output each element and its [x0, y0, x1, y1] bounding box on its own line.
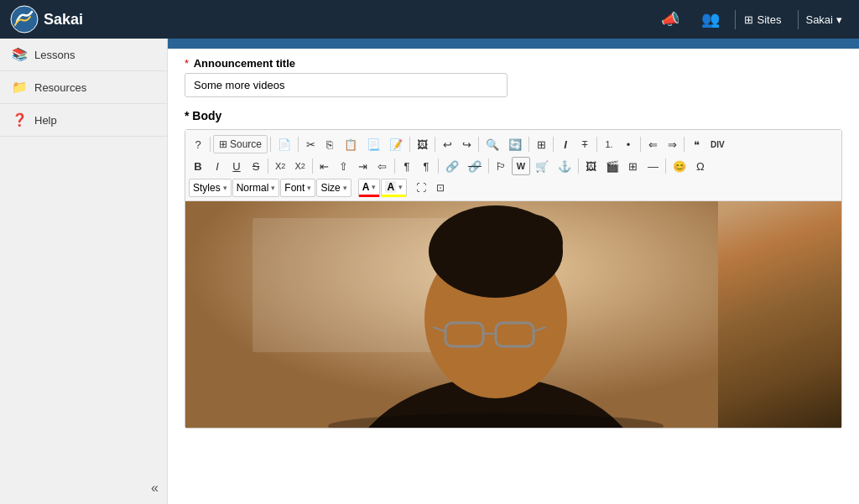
font-dropdown-label: Font	[284, 182, 305, 194]
sidebar-item-lessons[interactable]: 📚 Lessons	[0, 39, 167, 71]
special-char-button[interactable]: Ω	[691, 157, 710, 175]
required-mark: *	[185, 57, 189, 70]
widget-button[interactable]: W	[512, 157, 530, 175]
para-ltr-button[interactable]: ¶	[398, 157, 416, 175]
source-icon: ⊞	[219, 138, 227, 150]
toolbar-separator	[438, 158, 439, 174]
size-dropdown[interactable]: Size ▾	[316, 179, 351, 197]
font-dropdown[interactable]: Font ▾	[280, 179, 315, 197]
strikethrough-button[interactable]: S	[247, 157, 265, 175]
normal-chevron-icon: ▾	[271, 184, 275, 192]
toolbar-separator	[488, 158, 489, 174]
undo-button[interactable]: ↩	[438, 135, 456, 153]
unlink-button[interactable]: 🔗	[464, 157, 486, 175]
body-section-label: * Body	[185, 109, 842, 122]
grid-icon: ⊞	[744, 13, 753, 26]
fullscreen-button[interactable]: ⛶	[412, 179, 430, 197]
bg-color-chevron-icon: ▾	[398, 183, 403, 191]
normal-dropdown[interactable]: Normal ▾	[232, 179, 280, 197]
insert-special-button[interactable]: 🖼	[413, 135, 432, 153]
align-center-button[interactable]: ⇧	[335, 157, 353, 175]
announcement-title-input[interactable]	[185, 73, 508, 97]
logo: Sakai	[10, 5, 83, 34]
bold-button[interactable]: B	[189, 157, 207, 175]
source-label: Source	[230, 138, 262, 150]
toolbar-row-3: Styles ▾ Normal ▾ Font ▾ Size	[189, 177, 838, 199]
superscript-button[interactable]: X2	[290, 157, 309, 175]
size-dropdown-label: Size	[320, 182, 340, 194]
top-strip	[168, 39, 859, 49]
normal-dropdown-label: Normal	[237, 182, 269, 194]
sidebar-item-resources[interactable]: 📁 Resources	[0, 71, 167, 104]
editor-body[interactable]	[185, 201, 841, 428]
paste-text-button[interactable]: 📃	[362, 135, 384, 153]
toolbar-separator	[268, 158, 268, 174]
insert-video-button[interactable]: 🎬	[601, 157, 623, 175]
people-button[interactable]: 👥	[695, 7, 726, 32]
title-field-label: * Announcement title	[185, 57, 842, 70]
chevron-down-icon: ▾	[836, 13, 842, 26]
sidebar-collapse-button[interactable]: «	[151, 481, 159, 496]
select-all-button[interactable]: ⊞	[532, 135, 550, 153]
outdent-button[interactable]: ⇐	[643, 135, 662, 153]
sidebar-item-help-label: Help	[34, 114, 57, 127]
source-button[interactable]: ⊞ Source	[213, 135, 268, 153]
new-page-button[interactable]: 📄	[273, 135, 295, 153]
div-button[interactable]: DIV	[706, 135, 729, 153]
bg-color-dropdown[interactable]: A ▾	[381, 179, 407, 197]
italic-toolbar-button[interactable]: I	[556, 135, 575, 153]
sidebar-item-resources-label: Resources	[34, 81, 86, 94]
italic-button[interactable]: I	[208, 157, 226, 175]
find-button[interactable]: 🔍	[482, 135, 503, 153]
maximize-button[interactable]: ⊡	[431, 179, 450, 197]
align-right-button[interactable]: ⇥	[354, 157, 372, 175]
sites-label: Sites	[757, 13, 782, 26]
rich-text-editor: ? ⊞ Source 📄 ✂ ⎘ 📋 📃 📝	[185, 129, 842, 429]
link-button[interactable]: 🔗	[441, 157, 463, 175]
blockquote-button[interactable]: ❝	[687, 135, 705, 153]
unordered-list-button[interactable]: •	[619, 135, 638, 153]
align-left-button[interactable]: ⇤	[315, 157, 334, 175]
find-replace-button[interactable]: 🔄	[504, 135, 526, 153]
toolbar-separator	[528, 137, 529, 152]
megaphone-button[interactable]: 📣	[654, 7, 686, 32]
anchor-button[interactable]: ⚓	[554, 157, 575, 175]
redo-button[interactable]: ↪	[457, 135, 476, 153]
font-chevron-icon: ▾	[307, 184, 311, 192]
paste-button[interactable]: 📋	[340, 135, 362, 153]
sites-button[interactable]: ⊞ Sites	[735, 10, 790, 29]
ordered-list-button[interactable]: 1.	[600, 135, 618, 153]
emoji-button[interactable]: 😊	[669, 157, 690, 175]
sidebar-item-help[interactable]: ❓ Help	[0, 104, 167, 137]
align-justify-button[interactable]: ⇦	[373, 157, 392, 175]
insert-table-button[interactable]: ⊞	[624, 157, 643, 175]
toolbar-separator	[435, 137, 435, 152]
user-label: Sakai	[805, 13, 833, 26]
flag-button[interactable]: 🏳	[492, 157, 511, 175]
underline-button[interactable]: U	[227, 157, 246, 175]
indent-button[interactable]: ⇒	[663, 135, 681, 153]
subscript-button[interactable]: X2	[271, 157, 289, 175]
para-rtl-button[interactable]: ¶	[417, 157, 435, 175]
insert-image-button[interactable]: 🖼	[581, 157, 601, 175]
help-toolbar-button[interactable]: ?	[189, 135, 207, 153]
horiz-rule-button[interactable]: —	[643, 157, 663, 175]
content-image	[185, 201, 718, 428]
paste-word-button[interactable]: 📝	[385, 135, 407, 153]
remove-format-button[interactable]: T	[575, 135, 594, 153]
toolbar-separator	[394, 158, 395, 174]
toolbar-separator	[578, 158, 579, 174]
toolbar-separator	[478, 137, 479, 152]
toolbar-separator	[684, 137, 685, 152]
styles-dropdown[interactable]: Styles ▾	[189, 179, 232, 197]
title-field-group: * Announcement title	[185, 57, 842, 97]
shopping-button[interactable]: 🛒	[531, 157, 553, 175]
size-chevron-icon: ▾	[343, 184, 347, 192]
toolbar-separator	[640, 137, 641, 152]
copy-button[interactable]: ⎘	[320, 135, 339, 153]
user-menu-button[interactable]: Sakai ▾	[798, 10, 849, 29]
font-color-dropdown[interactable]: A ▾	[358, 179, 381, 197]
cut-button[interactable]: ✂	[301, 135, 320, 153]
top-navigation: Sakai 📣 👥 ⊞ Sites Sakai ▾	[0, 0, 859, 39]
resources-icon: 📁	[12, 80, 28, 95]
